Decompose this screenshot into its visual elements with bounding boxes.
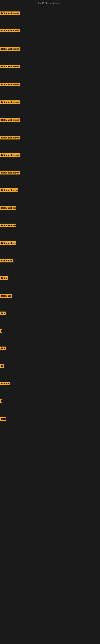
bottleneck-result-badge: Bott xyxy=(0,417,6,420)
bottleneck-result-badge: Bottleneck result xyxy=(0,83,20,86)
bottleneck-result-badge: Bottlenec xyxy=(0,294,12,298)
bottleneck-result-badge: Bottleneck result xyxy=(0,188,18,192)
bottleneck-result-badge: Bottleneck result xyxy=(0,100,20,104)
bottleneck-result-badge: Bottleneck result xyxy=(0,171,20,174)
bottleneck-result-badge: Bottleneck result xyxy=(0,118,20,122)
bottleneck-result-badge: Bottleneck resu xyxy=(0,241,16,245)
bottleneck-result-badge: Bottleneck resu xyxy=(0,206,16,210)
bottleneck-result-badge: Bottleneck result xyxy=(0,64,20,68)
bottleneck-result-badge: Bottleneck result xyxy=(0,29,20,32)
bottleneck-result-badge: Bott xyxy=(0,346,6,350)
bottleneck-result-badge: Bo xyxy=(0,364,3,368)
bottleneck-result-badge: Bottle xyxy=(0,276,8,280)
bottleneck-result-badge: Bott xyxy=(0,312,6,315)
bottleneck-result-badge: Bottlen xyxy=(0,382,10,386)
bottleneck-result-badge: Bottleneck result xyxy=(0,136,20,140)
bottleneck-result-badge: Bottleneck xyxy=(0,259,13,262)
bottleneck-result-badge: B xyxy=(0,329,2,333)
bottleneck-result-badge: | xyxy=(0,399,2,403)
bottleneck-result-badge: Bottleneck result xyxy=(0,153,20,157)
site-title: TheBottlenecker.com xyxy=(0,2,100,5)
bottleneck-result-badge: Bottleneck result xyxy=(0,47,20,51)
bottleneck-result-badge: Bottleneck resu xyxy=(0,224,16,227)
bottleneck-result-badge: Bottleneck result xyxy=(0,12,20,15)
